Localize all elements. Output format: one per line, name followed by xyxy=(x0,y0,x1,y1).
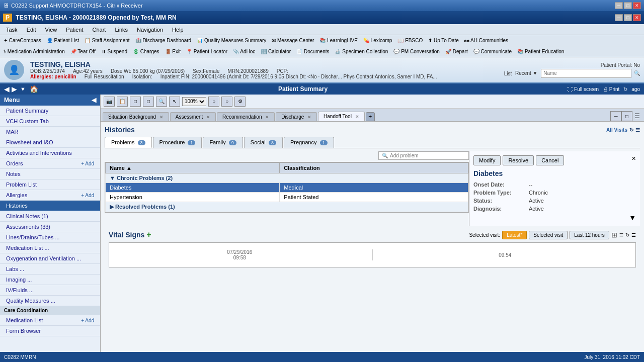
hypertension-name[interactable]: Hypertension xyxy=(106,193,280,202)
medication-add-button[interactable]: + Add xyxy=(81,318,94,323)
menu-view[interactable]: View xyxy=(41,26,61,34)
print-button[interactable]: 🖨 Print xyxy=(603,86,619,92)
diabetes-classification[interactable]: Medical xyxy=(280,183,468,193)
suspend-button[interactable]: ⏸ Suspend xyxy=(99,48,130,55)
nav-forward-button[interactable]: ▶ xyxy=(12,85,17,93)
tab-procedure[interactable]: Procedure 1 xyxy=(153,137,202,148)
sidebar-item-problem-list[interactable]: Problem List xyxy=(0,179,100,190)
add-tab-button[interactable]: + xyxy=(366,112,375,121)
message-center-button[interactable]: ✉ Message Center xyxy=(269,37,316,44)
menu-edit[interactable]: Edit xyxy=(23,26,40,34)
toolbar-circle2-button[interactable]: ○ xyxy=(221,97,232,107)
tab-expand-button[interactable]: □ xyxy=(621,111,632,121)
nav-dropdown-button[interactable]: ▼ xyxy=(20,86,26,92)
tab-handoff-tool[interactable]: Handoff Tool ✕ xyxy=(318,112,365,121)
sidebar-item-orders[interactable]: Orders + Add xyxy=(0,158,100,169)
tab-discharge[interactable]: Discharge ✕ xyxy=(276,112,317,121)
sidebar-item-lines-drains[interactable]: Lines/Drains/Tubes ... xyxy=(0,232,100,243)
modify-button[interactable]: Modify xyxy=(473,155,501,165)
quality-measures-button[interactable]: 📊 Quality Measures Summary xyxy=(194,37,269,44)
close-recommendation-icon[interactable]: ✕ xyxy=(265,115,269,120)
chronic-problems-collapse-icon[interactable]: ▼ xyxy=(110,175,115,181)
col-name-header[interactable]: Name ▲ xyxy=(106,163,280,173)
vital-add-button[interactable]: + xyxy=(146,230,151,239)
close-panel-icon[interactable]: ✕ xyxy=(631,155,636,165)
resolved-problems-group[interactable]: ▶ Resolved Problems (1) xyxy=(106,202,468,212)
app-maximize-button[interactable]: □ xyxy=(624,14,632,21)
nav-home-button[interactable]: 🏠 xyxy=(30,85,38,93)
communicate-button[interactable]: 💬 Communicate xyxy=(471,48,514,55)
toolbar-copy-button[interactable]: 📋 xyxy=(117,97,128,107)
maximize-button[interactable]: □ xyxy=(624,2,632,9)
sidebar-item-activities[interactable]: Activities and Interventions xyxy=(0,148,100,158)
medication-admin-button[interactable]: ⚕ Medication Administration xyxy=(1,48,67,55)
vital-menu-icon[interactable]: ☰ xyxy=(631,232,636,238)
fullscreen-button[interactable]: ⛶ Full screen xyxy=(568,86,599,92)
sidebar-item-medication-list[interactable]: Medication List ... xyxy=(0,243,100,253)
depart-button[interactable]: 🚀 Depart xyxy=(443,48,470,55)
staff-assignment-button[interactable]: 📋 Staff Assignment xyxy=(82,37,132,44)
patient-locator-button[interactable]: 📍 Patient Locator xyxy=(184,48,230,55)
tabs-menu-button[interactable]: ☰ xyxy=(634,113,640,120)
documents-button[interactable]: 📄 Documents xyxy=(294,48,332,55)
sidebar-item-labs[interactable]: Labs ... xyxy=(0,264,100,275)
tab-problems[interactable]: Problems 3 xyxy=(105,137,152,148)
zoom-select[interactable]: 100% 75% 125% 150% xyxy=(182,97,206,106)
add-problem-input[interactable] xyxy=(390,153,465,158)
sidebar-item-clinical-notes[interactable]: Clinical Notes (1) xyxy=(0,211,100,222)
resolved-problems-expand-icon[interactable]: ▶ xyxy=(110,204,114,210)
toolbar-settings-button[interactable]: ⚙ xyxy=(234,97,246,107)
sidebar-item-imaging[interactable]: Imaging ... xyxy=(0,275,100,285)
calculator-button[interactable]: 🔢 Calculator xyxy=(258,48,293,55)
refresh-button[interactable]: ↻ xyxy=(623,86,627,92)
patient-education-button[interactable]: 📚 Patient Education xyxy=(515,48,567,55)
orders-add-button[interactable]: + Add xyxy=(81,161,94,166)
tab-family[interactable]: Family 9 xyxy=(203,137,243,148)
diabetes-row[interactable]: Diabetes Medical xyxy=(106,183,468,193)
uptodate-button[interactable]: ⬆ Up To Date xyxy=(426,37,461,44)
specimen-collection-button[interactable]: 🔬 Specimen Collection xyxy=(332,48,390,55)
app-close-button[interactable]: ✕ xyxy=(633,14,641,21)
tear-off-button[interactable]: 📌 Tear Off xyxy=(68,48,98,55)
ah-communities-button[interactable]: 🏘 AH Communities xyxy=(462,37,511,44)
close-discharge-icon[interactable]: ✕ xyxy=(307,115,311,120)
sidebar-item-vch-custom-tab[interactable]: VCH Custom Tab xyxy=(0,116,100,127)
sidebar-item-histories[interactable]: Histories xyxy=(0,201,100,211)
search-icon[interactable]: 🔍 xyxy=(634,70,640,76)
vital-list-view-icon[interactable]: ≡ xyxy=(619,231,623,239)
adhoc-button[interactable]: 📎 AdHoc xyxy=(230,48,258,55)
menu-patient[interactable]: Patient xyxy=(62,26,87,34)
detail-scroll-down-icon[interactable]: ▼ xyxy=(629,214,636,222)
carecompass-button[interactable]: ✦ CareCompass xyxy=(1,37,44,44)
tab-social[interactable]: Social 8 xyxy=(244,137,283,148)
tab-pregnancy[interactable]: Pregnancy 1 xyxy=(284,137,334,148)
toolbar-camera-button[interactable]: 📷 xyxy=(104,97,115,107)
discharge-dashboard-button[interactable]: 🏥 Discharge Dashboard xyxy=(133,37,194,44)
sidebar-item-notes[interactable]: Notes xyxy=(0,169,100,179)
charges-button[interactable]: 💲 Charges xyxy=(130,48,162,55)
sidebar-item-iv-fluids[interactable]: IV/Fluids ... xyxy=(0,285,100,296)
patient-list-button[interactable]: 👤 Patient List xyxy=(44,37,82,44)
sidebar-item-form-browser[interactable]: Form Browser xyxy=(0,326,100,336)
sidebar-item-oxygenation[interactable]: Oxygenation and Ventilation ... xyxy=(0,253,100,264)
refresh-histories-button[interactable]: ↻ xyxy=(629,127,633,133)
sidebar-item-mar[interactable]: MAR xyxy=(0,127,100,137)
hypertension-row[interactable]: Hypertension Patient Stated xyxy=(106,193,468,202)
vital-refresh-icon[interactable]: ↻ xyxy=(625,232,629,238)
resolve-button[interactable]: Resolve xyxy=(503,155,534,165)
all-visits-label[interactable]: All Visits xyxy=(606,127,627,133)
allergies-add-button[interactable]: + Add xyxy=(81,193,94,198)
toolbar-magnify-button[interactable]: 🔍 xyxy=(156,97,167,107)
menu-navigation[interactable]: Navigation xyxy=(133,26,167,34)
nav-back-button[interactable]: ◀ xyxy=(4,85,10,93)
tab-situation-background[interactable]: Situation Background ✕ xyxy=(103,112,169,121)
pm-conversation-button[interactable]: 💬 PM Conversation xyxy=(391,48,442,55)
hypertension-classification[interactable]: Patient Stated xyxy=(280,193,468,202)
menu-chart[interactable]: Chart xyxy=(89,26,110,34)
sidebar-collapse-button[interactable]: ◀ xyxy=(92,97,96,104)
close-button[interactable]: ✕ xyxy=(633,2,641,9)
lexicomp-button[interactable]: 💊 Lexicomp xyxy=(361,37,395,44)
toolbar-square1-button[interactable]: □ xyxy=(130,97,141,107)
toolbar-circle1-button[interactable]: ○ xyxy=(208,97,219,107)
sidebar-item-flowsheet[interactable]: Flowsheet and I&O xyxy=(0,137,100,148)
